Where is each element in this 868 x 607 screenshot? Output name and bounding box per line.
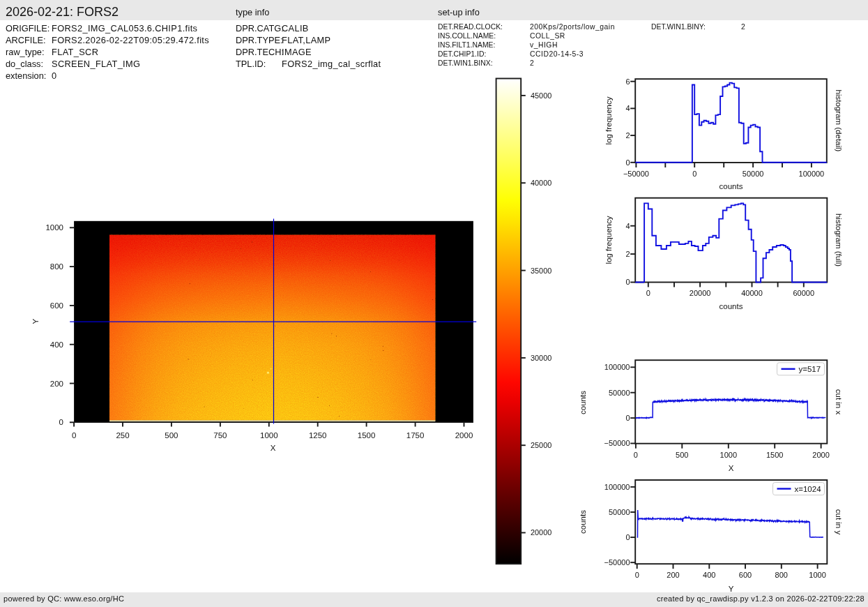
svg-text:1000: 1000 [809, 571, 825, 579]
svg-text:45000: 45000 [531, 91, 551, 100]
svg-text:−50000: −50000 [623, 170, 649, 178]
svg-text:0: 0 [72, 431, 76, 440]
svg-text:600: 600 [50, 301, 63, 310]
svg-text:2: 2 [625, 131, 630, 140]
svg-text:100000: 100000 [604, 363, 630, 371]
svg-text:25000: 25000 [531, 441, 551, 449]
svg-text:1000: 1000 [260, 431, 278, 440]
svg-text:0: 0 [635, 571, 639, 579]
svg-text:1500: 1500 [766, 451, 783, 459]
svg-text:400: 400 [50, 340, 63, 349]
svg-text:2000: 2000 [812, 451, 829, 459]
svg-text:2: 2 [625, 250, 630, 258]
svg-text:200: 200 [667, 571, 679, 579]
svg-text:40000: 40000 [741, 289, 763, 297]
svg-text:100000: 100000 [604, 483, 630, 491]
svg-text:50000: 50000 [609, 508, 630, 516]
svg-text:250: 250 [116, 431, 129, 440]
svg-text:1000: 1000 [45, 223, 63, 232]
svg-text:cut in y: cut in y [835, 509, 843, 535]
svg-text:500: 500 [676, 451, 688, 459]
svg-text:0: 0 [625, 533, 630, 541]
svg-text:counts: counts [579, 391, 587, 414]
svg-text:50000: 50000 [743, 170, 764, 178]
svg-text:0: 0 [625, 414, 630, 422]
svg-text:30000: 30000 [531, 354, 551, 362]
svg-text:counts: counts [579, 510, 587, 534]
svg-text:X: X [729, 464, 734, 472]
svg-text:1000: 1000 [720, 451, 737, 459]
svg-text:20000: 20000 [690, 289, 711, 297]
svg-text:Y: Y [729, 585, 734, 593]
svg-text:histogram (full): histogram (full) [835, 213, 843, 267]
svg-text:20000: 20000 [531, 528, 551, 537]
svg-text:log frequency: log frequency [604, 216, 613, 264]
svg-text:0: 0 [625, 158, 630, 167]
svg-text:60000: 60000 [793, 289, 815, 297]
svg-text:100000: 100000 [799, 170, 825, 178]
svg-text:35000: 35000 [531, 267, 551, 275]
svg-text:−50000: −50000 [604, 558, 630, 567]
svg-text:4: 4 [625, 104, 630, 112]
svg-text:0: 0 [625, 278, 630, 286]
svg-text:cut in x: cut in x [835, 389, 843, 415]
svg-text:X: X [271, 444, 276, 452]
svg-text:counts: counts [719, 182, 743, 190]
svg-text:y=517: y=517 [799, 365, 821, 373]
svg-text:1750: 1750 [406, 431, 425, 440]
svg-text:1500: 1500 [358, 431, 376, 440]
svg-text:log frequency: log frequency [604, 96, 613, 144]
svg-text:counts: counts [719, 302, 743, 310]
svg-text:x=1024: x=1024 [795, 485, 822, 493]
svg-text:600: 600 [739, 571, 752, 579]
svg-text:500: 500 [165, 431, 178, 440]
svg-text:800: 800 [775, 571, 788, 579]
svg-text:750: 750 [213, 431, 227, 440]
svg-text:200: 200 [50, 380, 63, 388]
svg-text:4: 4 [625, 222, 630, 230]
svg-text:800: 800 [50, 262, 63, 271]
svg-text:6: 6 [625, 77, 630, 86]
svg-text:50000: 50000 [609, 389, 630, 397]
svg-text:1250: 1250 [309, 431, 327, 440]
svg-text:400: 400 [703, 571, 715, 579]
svg-text:0: 0 [59, 418, 63, 426]
svg-text:−50000: −50000 [604, 439, 630, 447]
svg-text:0: 0 [646, 289, 650, 297]
svg-text:Y: Y [31, 318, 40, 324]
svg-text:0: 0 [692, 170, 696, 178]
svg-text:40000: 40000 [531, 179, 551, 187]
svg-text:histogram (detail): histogram (detail) [835, 90, 843, 152]
svg-text:0: 0 [634, 451, 638, 459]
svg-text:2000: 2000 [455, 431, 473, 440]
